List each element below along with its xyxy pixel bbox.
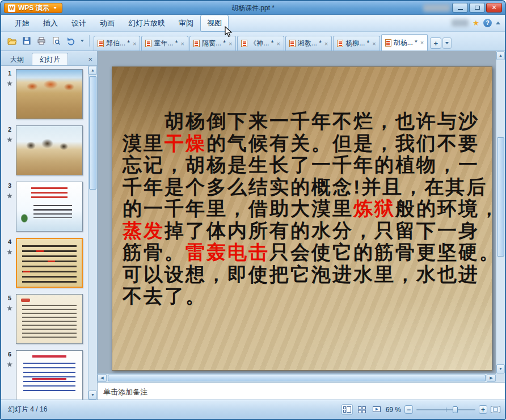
print-preview-button[interactable] <box>50 35 62 47</box>
slide-text-line: 蒸发掉了体内所有的水分，只留下一身 <box>123 220 492 242</box>
close-tab-icon[interactable]: × <box>180 40 184 47</box>
zoom-slider[interactable] <box>416 405 475 414</box>
slide-4[interactable]: 胡杨倒下来一千年不烂，也许与沙漠里干燥的气候有关。但是，我们不要忘记，胡杨是生长… <box>112 66 492 371</box>
save-button[interactable] <box>20 35 33 47</box>
toolbar-separator <box>89 35 90 47</box>
panel-scrollbar[interactable]: ▲ ▼ <box>88 66 97 400</box>
scroll-down-icon[interactable]: ▼ <box>88 390 97 400</box>
menu-tab-开始[interactable]: 开始 <box>8 15 36 32</box>
close-tab-icon[interactable]: × <box>133 40 136 47</box>
tab-outline[interactable]: 大纲 <box>2 53 32 65</box>
thumbnail-list: 1 2 3 4 <box>1 66 88 400</box>
menu-tab-视图[interactable]: 视图 <box>200 15 229 32</box>
close-tab-icon[interactable]: × <box>372 40 376 47</box>
scroll-down-icon[interactable]: ▼ <box>496 364 505 373</box>
menu-tab-插入[interactable]: 插入 <box>36 15 65 32</box>
close-tab-icon[interactable]: × <box>276 40 280 47</box>
slide-text-line: 忘记，胡杨是生长了一千年的植物，一 <box>123 154 492 176</box>
slide-thumb-image[interactable] <box>16 294 83 344</box>
open-folder-icon <box>7 36 17 46</box>
close-icon: ✕ <box>491 5 496 11</box>
tab-list-dropdown-button[interactable] <box>442 37 452 49</box>
menu-tab-审阅[interactable]: 审阅 <box>172 15 200 32</box>
menu-tab-设计[interactable]: 设计 <box>65 15 93 32</box>
presentation-file-icon <box>385 39 391 47</box>
close-tab-icon[interactable]: × <box>420 39 424 46</box>
close-panel-icon[interactable]: × <box>85 56 96 63</box>
menu-tab-动画[interactable]: 动画 <box>93 15 121 32</box>
minimize-button[interactable] <box>452 3 468 12</box>
maximize-button[interactable] <box>469 3 485 12</box>
scroll-right-icon[interactable]: ▶ <box>487 374 496 382</box>
slide-thumbnail-6[interactable]: 6 <box>3 350 88 400</box>
slide-thumbnail-4[interactable]: 4 <box>3 238 88 288</box>
print-button[interactable] <box>35 35 48 47</box>
vertical-scrollbar[interactable]: ▲ ▼ <box>496 51 505 373</box>
doc-tab-bar: 郑伯... *×童年... *×隔窗... *×《神... *×湘教... *×… <box>94 31 428 51</box>
panel-scrollbar-thumb[interactable] <box>89 76 96 190</box>
slide-sorter-icon <box>358 406 366 413</box>
help-icon[interactable]: ? <box>483 19 492 27</box>
slide-text[interactable]: 胡杨倒下来一千年不烂，也许与沙漠里干燥的气候有关。但是，我们不要忘记，胡杨是生长… <box>123 110 492 307</box>
print-preview-icon <box>51 36 61 46</box>
document-tab[interactable]: 湘教... *× <box>285 36 332 51</box>
vertical-scrollbar-thumb[interactable] <box>497 137 504 257</box>
app-menu-button[interactable]: W WPS 演示 <box>4 3 62 13</box>
app-window: W WPS 演示 胡杨课件.ppt * ✕ 开始插入设计动画幻灯片放映审阅视图 … <box>0 0 506 420</box>
open-button[interactable] <box>6 35 18 47</box>
document-tab[interactable]: 《神... *× <box>237 36 284 51</box>
slide-thumbnail-1[interactable]: 1 <box>3 69 88 119</box>
horizontal-scrollbar-thumb[interactable] <box>108 375 486 381</box>
fit-to-window-icon[interactable] <box>491 406 500 413</box>
document-tab[interactable]: 杨柳... *× <box>333 36 380 51</box>
slide-text-line: 千年是个多么结实的概念!并且，在其后 <box>123 176 492 198</box>
chevron-down-icon <box>53 7 57 9</box>
document-tab[interactable]: 童年... *× <box>141 36 188 51</box>
animation-star-icon <box>7 135 12 145</box>
document-tab-label: 杨柳... * <box>345 39 369 48</box>
document-tab[interactable]: 隔窗... *× <box>189 36 236 51</box>
slide-thumbnail-2[interactable]: 2 <box>3 125 88 175</box>
slideshow-button[interactable] <box>371 404 382 415</box>
slide-sorter-button[interactable] <box>356 404 368 415</box>
slide-thumb-image[interactable] <box>16 238 83 288</box>
normal-view-button[interactable] <box>341 404 353 415</box>
chevron-down-icon <box>445 42 449 44</box>
zoom-in-button[interactable]: + <box>479 405 487 414</box>
slide-thumbnail-3[interactable]: 3 <box>3 182 88 232</box>
favorites-star-icon[interactable]: ★ <box>473 19 479 27</box>
slide-thumbnail-5[interactable]: 5 <box>3 294 88 344</box>
notes-pane[interactable]: 单击添加备注 <box>98 382 505 402</box>
presentation-file-icon <box>289 40 296 47</box>
scroll-left-icon[interactable]: ◀ <box>98 374 107 382</box>
horizontal-scrollbar[interactable]: ◀ ▶ <box>98 373 496 382</box>
document-tab-label: 胡杨... * <box>394 38 418 48</box>
slide-thumb-image[interactable] <box>16 182 83 232</box>
zoom-out-button[interactable]: − <box>404 405 413 414</box>
document-tab[interactable]: 郑伯... *× <box>94 36 140 51</box>
animation-star-icon <box>7 78 12 89</box>
slide-thumb-image[interactable] <box>16 350 83 400</box>
notes-placeholder[interactable]: 单击添加备注 <box>103 387 147 397</box>
zoom-slider-thumb[interactable] <box>453 406 458 413</box>
close-tab-icon[interactable]: × <box>324 40 328 47</box>
undo-button[interactable] <box>65 35 77 47</box>
new-tab-button[interactable]: + <box>430 37 441 49</box>
document-tab-label: 隔窗... * <box>202 39 226 48</box>
slide-thumb-image[interactable] <box>16 69 83 119</box>
presentation-file-icon <box>98 40 104 47</box>
slide-text-line: 漠里干燥的气候有关。但是，我们不要 <box>123 132 492 154</box>
document-tab-label: 郑伯... * <box>106 39 130 48</box>
menu-tab-幻灯片放映[interactable]: 幻灯片放映 <box>121 15 172 32</box>
slide-canvas[interactable]: 胡杨倒下来一千年不烂，也许与沙漠里干燥的气候有关。但是，我们不要忘记，胡杨是生长… <box>98 51 505 373</box>
close-tab-icon[interactable]: × <box>229 40 232 47</box>
slide-thumb-image[interactable] <box>16 125 83 175</box>
close-button[interactable]: ✕ <box>486 3 502 12</box>
collapse-ribbon-icon[interactable] <box>496 22 500 24</box>
title-bar[interactable]: W WPS 演示 胡杨课件.ppt * ✕ <box>1 1 505 15</box>
scroll-up-icon[interactable]: ▲ <box>88 66 97 75</box>
scroll-up-icon[interactable]: ▲ <box>496 51 505 60</box>
document-tab[interactable]: 胡杨... *× <box>381 34 428 51</box>
redo-dropdown-icon[interactable] <box>81 40 84 42</box>
tab-slides[interactable]: 幻灯片 <box>32 53 68 65</box>
